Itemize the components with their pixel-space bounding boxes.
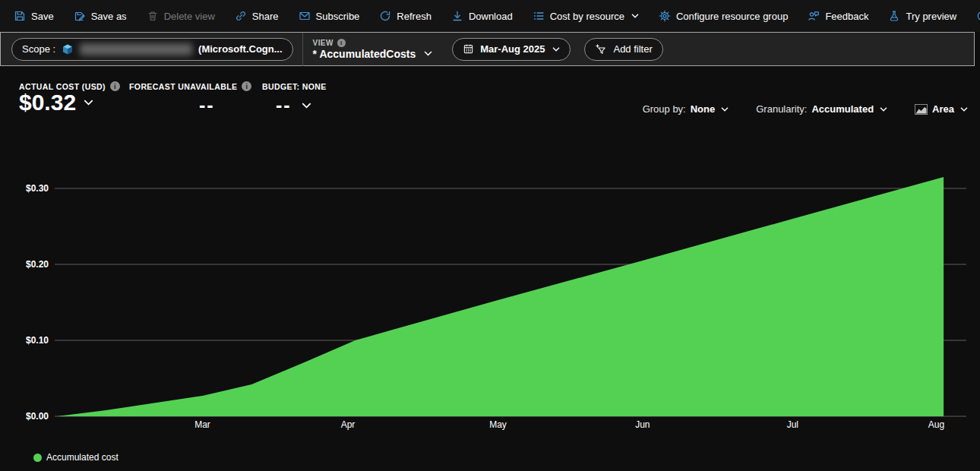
scope-suffix: (Microsoft.Cogn... [198,43,283,55]
date-range-selector[interactable]: Mar-Aug 2025 [452,38,571,61]
resource-cube-icon [62,43,74,55]
info-icon[interactable] [337,39,346,47]
date-range-value: Mar-Aug 2025 [480,43,545,55]
granularity-value: Accumulated [811,103,874,115]
delete-view-label: Delete view [164,11,215,22]
chevron-down-icon [424,51,432,56]
svg-text:$0.10: $0.10 [26,335,49,346]
download-label: Download [469,11,513,22]
cost-analysis-page: Save Save as Delete view Share Subscribe [0,0,980,471]
list-icon [533,10,545,22]
scope-filter-bar: Scope : (Microsoft.Cogn... VIEW * Accumu… [0,32,975,66]
delete-view-button: Delete view [147,10,215,22]
area-chart-icon [915,104,928,115]
try-preview-label: Try preview [906,11,956,22]
command-bar: Save Save as Delete view Share Subscribe [0,0,980,32]
feedback-button[interactable]: Feedback [808,10,868,22]
scope-selector[interactable]: Scope : (Microsoft.Cogn... [11,38,293,61]
download-button[interactable]: Download [451,10,513,22]
budget-label: BUDGET: NONE [262,82,327,91]
svg-text:Mar: Mar [194,419,210,430]
svg-text:Jun: Jun [635,419,650,430]
cost-by-resource-label: Cost by resource [550,11,624,22]
help-icon: ? [976,10,980,22]
chart-type-value: Area [932,103,954,115]
chart-controls: Group by: None Granularity: Accumulated … [643,103,968,115]
cost-by-resource-dropdown[interactable]: Cost by resource [533,10,639,22]
trash-icon [147,10,159,22]
chevron-down-icon [302,103,311,109]
subscribe-button[interactable]: Subscribe [299,10,360,22]
view-value: * AccumulatedCosts [313,48,416,60]
chevron-down-icon [960,107,968,112]
configure-resource-group-button[interactable]: Configure resource group [659,10,788,22]
scope-label: Scope : [22,43,55,55]
legend-label: Accumulated cost [46,452,119,463]
refresh-icon [379,10,391,22]
cost-chart: $0.00$0.10$0.20$0.30MarAprMayJunJulAug [0,148,980,441]
forecast-value: -- [199,94,215,116]
chart-type-dropdown[interactable]: Area [915,103,968,115]
forecast-label: FORECAST UNAVAILABLE [129,82,237,91]
try-preview-button[interactable]: Try preview [888,10,956,22]
download-icon [451,10,463,22]
svg-text:Apr: Apr [341,419,356,430]
share-button[interactable]: Share [235,10,279,22]
chevron-down-icon [880,107,887,112]
add-filter-label: Add filter [613,43,652,55]
save-label: Save [31,11,54,22]
divider [302,33,303,66]
subscribe-label: Subscribe [316,11,360,22]
flask-icon [888,10,900,22]
view-label: VIEW [313,39,334,47]
chevron-down-icon [84,100,93,106]
svg-text:May: May [489,419,507,430]
svg-text:Jul: Jul [787,419,798,430]
link-icon [235,10,247,22]
calendar-icon [463,43,474,55]
gear-icon [659,10,671,22]
envelope-icon [299,10,311,22]
info-icon[interactable] [110,81,120,91]
svg-text:Aug: Aug [928,419,944,430]
chevron-down-icon [552,47,560,52]
refresh-button[interactable]: Refresh [379,10,432,22]
configure-resource-group-label: Configure resource group [676,11,788,22]
help-dropdown[interactable]: ? Help [976,10,980,22]
group-by-label: Group by: [643,103,686,115]
save-as-button[interactable]: Save as [74,10,127,22]
save-as-icon [74,10,86,22]
chevron-down-icon [631,14,639,18]
budget-label-row: BUDGET: NONE [262,82,327,91]
add-filter-button[interactable]: Add filter [584,38,662,61]
feedback-label: Feedback [825,11,868,22]
redacted-scope-name [80,43,192,55]
feedback-icon [808,10,820,22]
group-by-dropdown[interactable]: Group by: None [643,103,729,115]
refresh-label: Refresh [397,11,432,22]
legend-swatch [33,454,42,462]
forecast-label-row: FORECAST UNAVAILABLE [129,81,251,91]
granularity-label: Granularity: [756,103,807,115]
actual-cost-amount: $0.32 [19,90,76,115]
group-by-value: None [691,103,716,115]
view-selector[interactable]: VIEW * AccumulatedCosts [313,39,433,60]
save-icon [14,10,26,22]
info-icon[interactable] [242,81,251,91]
save-button[interactable]: Save [14,10,54,22]
budget-value[interactable]: -- [276,94,311,116]
add-filter-icon [595,43,607,55]
share-label: Share [252,11,279,22]
legend-accumulated-cost: Accumulated cost [33,452,119,463]
svg-text:$0.00: $0.00 [26,411,49,422]
budget-amount: -- [276,94,292,116]
chevron-down-icon [721,107,729,112]
svg-text:$0.20: $0.20 [26,259,49,270]
granularity-dropdown[interactable]: Granularity: Accumulated [756,103,887,115]
actual-cost-value[interactable]: $0.32 [19,90,93,115]
svg-text:$0.30: $0.30 [26,183,49,194]
save-as-label: Save as [91,11,127,22]
